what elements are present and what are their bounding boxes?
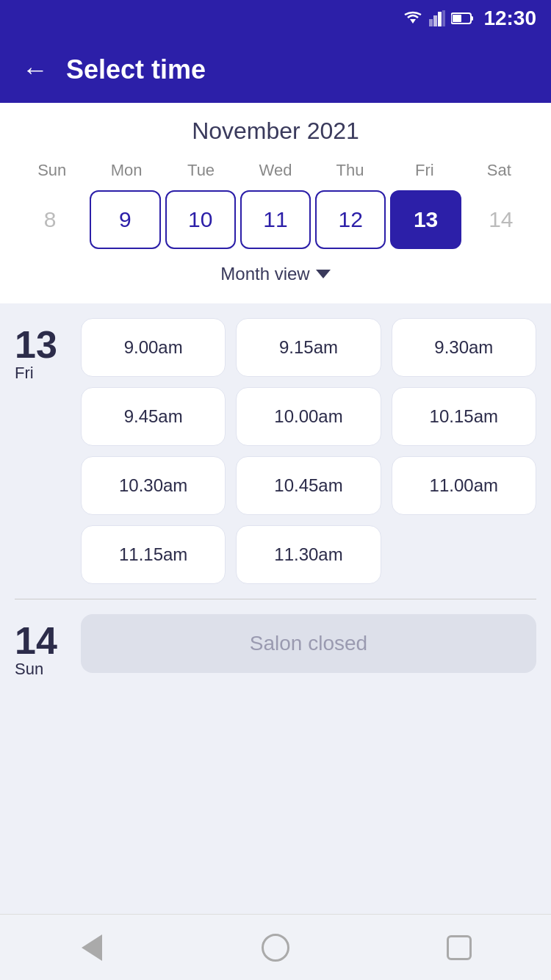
svg-rect-4 xyxy=(442,10,445,26)
back-button[interactable]: ← xyxy=(22,54,48,85)
day-13-slots-grid: 9.00am 9.15am 9.30am 9.45am 10.00am 10.1… xyxy=(81,318,536,584)
calendar-section: November 2021 Sun Mon Tue Wed Thu Fri Sa… xyxy=(0,103,551,303)
page-title: Select time xyxy=(66,54,206,85)
nav-recent-button[interactable] xyxy=(443,932,475,964)
slot-1015am[interactable]: 10.15am xyxy=(392,387,536,446)
slot-1030am[interactable]: 10.30am xyxy=(81,456,226,515)
status-icons xyxy=(403,10,475,26)
slot-945am[interactable]: 9.45am xyxy=(81,387,226,446)
signal-icon xyxy=(429,10,445,26)
slot-915am[interactable]: 9.15am xyxy=(236,318,381,377)
day-header-sun: Sun xyxy=(15,158,89,183)
day-header-thu: Thu xyxy=(313,158,387,183)
wifi-icon xyxy=(403,10,423,26)
day-divider xyxy=(15,599,536,599)
slot-1100am[interactable]: 11.00am xyxy=(392,456,536,515)
day-14-label: 14 Sun xyxy=(15,614,81,679)
svg-rect-6 xyxy=(471,16,473,21)
battery-icon xyxy=(451,12,475,25)
slot-1045am[interactable]: 10.45am xyxy=(236,456,381,515)
svg-rect-1 xyxy=(429,19,433,26)
cal-day-13[interactable]: 13 xyxy=(390,190,461,249)
svg-marker-0 xyxy=(410,19,416,24)
day-14-block: 14 Sun Salon closed xyxy=(15,614,536,679)
month-view-toggle[interactable]: Month view xyxy=(15,255,536,296)
cal-day-8: 8 xyxy=(15,190,85,249)
nav-back-button[interactable] xyxy=(76,932,108,964)
cal-day-12[interactable]: 12 xyxy=(315,190,386,249)
month-title: November 2021 xyxy=(15,118,536,145)
bottom-nav xyxy=(0,914,551,980)
nav-recent-icon xyxy=(447,935,472,960)
status-time: 12:30 xyxy=(483,7,536,30)
salon-closed-slot: Salon closed xyxy=(81,614,536,673)
day-13-label: 13 Fri xyxy=(15,318,81,383)
day-header-sat: Sat xyxy=(462,158,536,183)
slot-900am[interactable]: 9.00am xyxy=(81,318,226,377)
day-14-num: 14 xyxy=(15,621,81,660)
slot-1115am[interactable]: 11.15am xyxy=(81,525,226,584)
day-13-name: Fri xyxy=(15,364,81,383)
day-header-tue: Tue xyxy=(164,158,238,183)
day-header-fri: Fri xyxy=(387,158,461,183)
day-header-mon: Mon xyxy=(89,158,163,183)
svg-rect-7 xyxy=(453,15,461,22)
nav-home-button[interactable] xyxy=(259,932,292,964)
slot-930am[interactable]: 9.30am xyxy=(392,318,536,377)
nav-home-icon xyxy=(262,934,289,962)
slot-1000am[interactable]: 10.00am xyxy=(236,387,381,446)
app-header: ← Select time xyxy=(0,37,551,103)
day-13-num: 13 xyxy=(15,325,81,364)
calendar-row: 8 9 10 11 12 13 14 xyxy=(15,190,536,249)
day-14-name: Sun xyxy=(15,660,81,679)
day-headers: Sun Mon Tue Wed Thu Fri Sat xyxy=(15,158,536,183)
svg-rect-3 xyxy=(438,12,442,26)
chevron-down-icon xyxy=(316,270,331,278)
month-view-label: Month view xyxy=(220,264,309,284)
day-13-block: 13 Fri 9.00am 9.15am 9.30am 9.45am 10.00… xyxy=(15,318,536,584)
cal-day-11[interactable]: 11 xyxy=(240,190,311,249)
svg-rect-2 xyxy=(433,15,437,26)
status-bar: 12:30 xyxy=(0,0,551,37)
timeslots-section: 13 Fri 9.00am 9.15am 9.30am 9.45am 10.00… xyxy=(0,303,551,914)
nav-back-icon xyxy=(82,934,102,961)
cal-day-14: 14 xyxy=(466,190,536,249)
slot-1130am[interactable]: 11.30am xyxy=(236,525,381,584)
day-header-wed: Wed xyxy=(238,158,312,183)
cal-day-9[interactable]: 9 xyxy=(90,190,160,249)
cal-day-10[interactable]: 10 xyxy=(165,190,236,249)
